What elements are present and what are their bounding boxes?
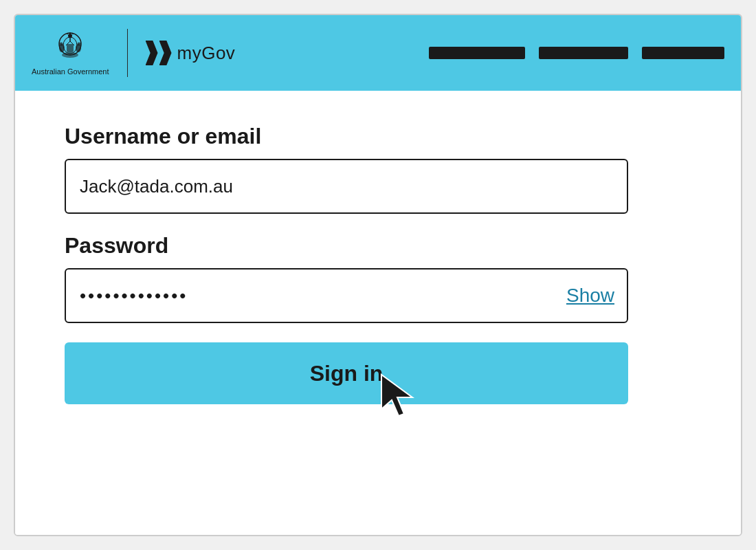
aus-gov-label: Australian Government bbox=[32, 67, 109, 76]
password-wrapper: Show bbox=[65, 268, 628, 323]
password-group: Password Show bbox=[65, 233, 691, 323]
nav-links bbox=[429, 47, 724, 59]
mygov-wordmark: myGov bbox=[177, 43, 236, 64]
nav-link-1[interactable] bbox=[429, 47, 525, 59]
logo-divider bbox=[127, 29, 128, 77]
username-input[interactable] bbox=[65, 159, 628, 214]
coat-of-arms: Australian Government bbox=[32, 30, 109, 76]
chevron-left-icon bbox=[146, 41, 158, 65]
svg-point-9 bbox=[78, 43, 81, 46]
double-chevron-icon bbox=[146, 41, 172, 65]
svg-rect-10 bbox=[67, 44, 74, 52]
svg-point-11 bbox=[62, 52, 78, 58]
nav-link-2[interactable] bbox=[539, 47, 628, 59]
svg-point-12 bbox=[69, 32, 71, 34]
coat-of-arms-icon bbox=[52, 30, 88, 66]
username-label: Username or email bbox=[65, 124, 691, 149]
svg-point-14 bbox=[72, 33, 74, 34]
password-label: Password bbox=[65, 233, 691, 258]
svg-point-2 bbox=[68, 34, 72, 38]
password-input[interactable] bbox=[65, 268, 628, 323]
main-content: Username or email Password Show Sign in bbox=[15, 91, 741, 535]
username-group: Username or email bbox=[65, 124, 691, 214]
svg-point-13 bbox=[67, 33, 68, 34]
svg-point-7 bbox=[60, 43, 63, 46]
logo-area: Australian Government myGov bbox=[32, 29, 235, 77]
nav-link-3[interactable] bbox=[642, 47, 724, 59]
sign-in-button[interactable]: Sign in bbox=[65, 342, 628, 404]
chevron-right-icon bbox=[159, 41, 172, 65]
header: Australian Government myGov bbox=[15, 15, 741, 91]
mygov-logo: myGov bbox=[146, 41, 236, 65]
show-password-button[interactable]: Show bbox=[566, 285, 614, 307]
